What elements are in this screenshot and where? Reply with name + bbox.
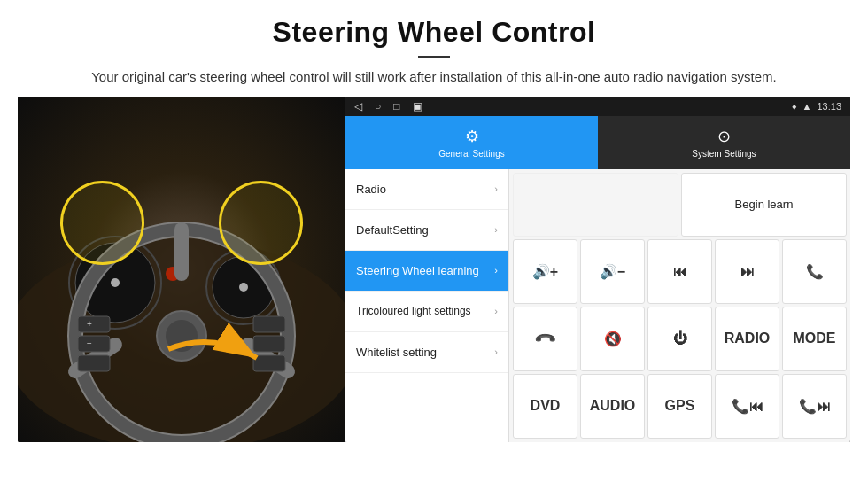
svg-rect-16 [78, 336, 110, 352]
menu-steering-label: Steering Wheel learning [356, 264, 479, 277]
menu-list: Radio › DefaultSetting › Steering Wheel … [345, 169, 509, 442]
gps-label: GPS [665, 398, 695, 414]
menu-whitelist-label: Whitelist setting [356, 346, 437, 359]
radio-button[interactable]: RADIO [715, 307, 779, 371]
menu-tricoloured-label: Tricoloured light settings [356, 305, 471, 317]
empty-cell-top [513, 173, 678, 237]
status-bar-left: ◁ ○ □ ▣ [354, 100, 422, 113]
android-panel: ◁ ○ □ ▣ ♦ ▲ 13:13 ⚙ General Settings ⊙ S… [345, 97, 850, 442]
next-track-icon: ⏭ [740, 264, 755, 280]
menu-default-label: DefaultSetting [356, 223, 429, 237]
dvd-label: DVD [531, 398, 561, 414]
call-prev-icon: 📞⏮ [732, 398, 763, 415]
svg-rect-15 [78, 316, 110, 332]
status-bar-right: ♦ ▲ 13:13 [792, 101, 841, 112]
main-content: + − [18, 97, 850, 442]
content-area: Radio › DefaultSetting › Steering Wheel … [345, 169, 850, 442]
vol-down-icon: 🔊− [600, 263, 625, 280]
call-next-button[interactable]: 📞⏭ [782, 374, 847, 439]
btn-row-top: Begin learn [513, 173, 847, 237]
home-nav-icon[interactable]: ○ [375, 100, 381, 113]
gps-button[interactable]: GPS [647, 374, 712, 439]
car-image-section: + − [18, 97, 345, 442]
call-button[interactable]: 📞 [782, 239, 847, 304]
menu-whitelist-chevron: › [494, 346, 498, 357]
prev-track-icon: ⏮ [673, 264, 687, 280]
prev-track-button[interactable]: ⏮ [647, 239, 712, 304]
menu-tricoloured-chevron: › [494, 306, 498, 316]
call-prev-button[interactable]: 📞⏮ [715, 374, 779, 439]
tab-system-label: System Settings [692, 149, 756, 159]
vol-up-button[interactable]: 🔊+ [513, 239, 577, 304]
btn-row-3: DVD AUDIO GPS 📞⏮ 📞⏭ [513, 374, 847, 439]
menu-item-steering-wheel[interactable]: Steering Wheel learning › [345, 251, 508, 292]
radio-label: RADIO [725, 331, 771, 346]
app-tabs: ⚙ General Settings ⊙ System Settings [345, 116, 850, 169]
call-next-icon: 📞⏭ [799, 398, 831, 415]
page-header: Steering Wheel Control Your original car… [0, 0, 868, 97]
mode-button[interactable]: MODE [782, 307, 847, 371]
dvd-button[interactable]: DVD [513, 374, 577, 439]
vol-up-icon: 🔊+ [532, 263, 558, 280]
next-track-button[interactable]: ⏭ [715, 239, 779, 304]
highlight-left [60, 181, 144, 265]
menu-item-radio[interactable]: Radio › [345, 169, 508, 210]
svg-point-6 [239, 283, 248, 292]
menu-steering-chevron: › [494, 265, 498, 276]
back-nav-icon[interactable]: ◁ [354, 100, 362, 113]
svg-point-5 [111, 278, 120, 287]
btn-row-1: 🔊+ 🔊− ⏮ ⏭ 📞 [513, 239, 847, 304]
power-icon: ⏻ [673, 331, 687, 346]
button-grid: Begin learn 🔊+ 🔊− ⏮ ⏭ [509, 169, 850, 442]
btn-row-2: 📞 🔇 ⏻ RADIO MODE [513, 307, 847, 371]
mute-icon: 🔇 [604, 331, 622, 347]
call-icon: 📞 [806, 263, 824, 280]
begin-learn-button[interactable]: Begin learn [681, 173, 847, 237]
menu-radio-chevron: › [494, 183, 498, 194]
highlight-right [219, 181, 303, 265]
power-button[interactable]: ⏻ [647, 307, 712, 371]
general-settings-icon: ⚙ [465, 127, 479, 146]
header-subtitle: Your original car's steering wheel contr… [35, 67, 833, 88]
hangup-icon: 📞 [533, 327, 558, 352]
arrow-svg [159, 323, 275, 393]
title-divider [418, 56, 450, 58]
page-title: Steering Wheel Control [35, 16, 833, 49]
menu-radio-label: Radio [356, 183, 386, 196]
audio-button[interactable]: AUDIO [580, 374, 645, 439]
svg-text:−: − [87, 338, 92, 348]
tab-general-label: General Settings [438, 149, 505, 159]
svg-rect-17 [78, 355, 110, 371]
menu-default-chevron: › [494, 224, 498, 235]
menu-item-whitelist[interactable]: Whitelist setting › [345, 332, 508, 373]
vol-down-button[interactable]: 🔊− [580, 239, 645, 304]
signal-icon: ▲ [802, 101, 812, 112]
menu-item-defaultsetting[interactable]: DefaultSetting › [345, 210, 508, 251]
recents-nav-icon[interactable]: □ [393, 100, 399, 113]
tab-general-settings[interactable]: ⚙ General Settings [345, 116, 598, 169]
car-image-bg: + − [18, 97, 345, 442]
wifi-icon: ♦ [792, 101, 797, 112]
menu-nav-icon[interactable]: ▣ [413, 100, 422, 113]
clock: 13:13 [817, 101, 841, 112]
status-bar: ◁ ○ □ ▣ ♦ ▲ 13:13 [345, 97, 850, 116]
hangup-button[interactable]: 📞 [513, 307, 577, 371]
audio-label: AUDIO [590, 398, 636, 414]
mute-button[interactable]: 🔇 [580, 307, 645, 371]
svg-text:+: + [87, 319, 92, 329]
menu-item-tricoloured[interactable]: Tricoloured light settings › [345, 292, 508, 332]
tab-system-settings[interactable]: ⊙ System Settings [598, 116, 850, 169]
system-settings-icon: ⊙ [717, 127, 731, 146]
mode-label: MODE [794, 331, 836, 346]
